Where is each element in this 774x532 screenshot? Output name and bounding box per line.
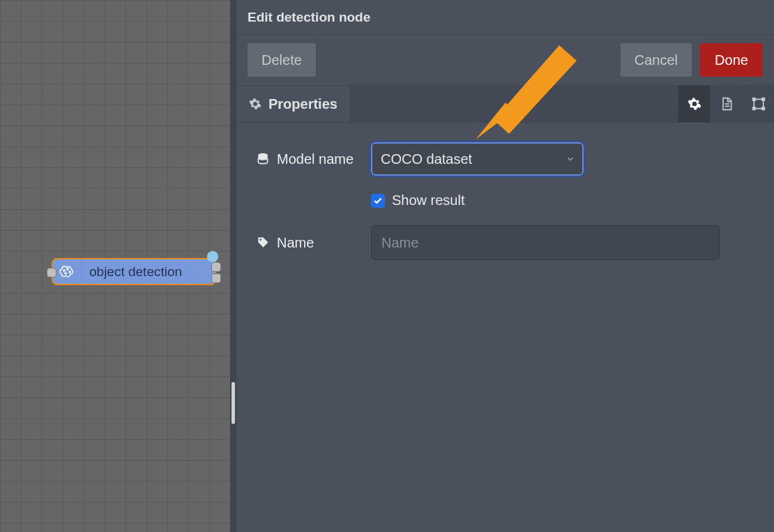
- panel-title: Edit detection node: [236, 0, 774, 35]
- model-name-label: Model name: [277, 151, 354, 167]
- document-icon: [720, 97, 734, 111]
- node-output-port-2[interactable]: [211, 273, 221, 283]
- name-input[interactable]: [371, 225, 720, 260]
- model-name-select-wrap: COCO dataset: [371, 142, 584, 176]
- svg-rect-5: [752, 98, 754, 100]
- tab-icon-layout[interactable]: [742, 86, 774, 122]
- field-show-result: Show result: [256, 192, 754, 208]
- gear-icon: [688, 97, 701, 111]
- model-name-select[interactable]: COCO dataset: [371, 142, 584, 176]
- node-input-port[interactable]: [47, 268, 56, 278]
- edit-node-panel: Edit detection node Delete Cancel Done P…: [236, 0, 774, 532]
- svg-point-1: [67, 268, 68, 270]
- panel-resize-handle[interactable]: [232, 382, 235, 424]
- name-label-wrap: Name: [256, 235, 371, 251]
- properties-form: Model name COCO dataset Show result: [236, 123, 774, 280]
- delete-button[interactable]: Delete: [248, 43, 316, 77]
- bounding-box-icon: [752, 97, 766, 111]
- svg-rect-8: [762, 107, 764, 109]
- show-result-checkbox-wrap[interactable]: Show result: [371, 192, 465, 208]
- cancel-button[interactable]: Cancel: [621, 43, 692, 77]
- done-button[interactable]: Done: [700, 43, 763, 77]
- svg-point-10: [259, 239, 261, 241]
- panel-action-bar: Delete Cancel Done: [236, 35, 774, 86]
- show-result-checkbox[interactable]: [371, 194, 385, 208]
- field-name: Name: [256, 225, 754, 260]
- flow-canvas[interactable]: object detection: [0, 0, 230, 532]
- model-name-label-wrap: Model name: [256, 151, 371, 167]
- tab-icon-doc[interactable]: [710, 86, 742, 122]
- tab-icon-settings[interactable]: [678, 86, 710, 122]
- tag-icon: [256, 236, 270, 250]
- name-label: Name: [277, 235, 314, 251]
- database-icon: [256, 152, 270, 166]
- node-object-detection[interactable]: object detection: [52, 258, 216, 285]
- brain-icon: [53, 259, 82, 284]
- svg-rect-6: [762, 98, 764, 100]
- panel-tabs: Properties: [236, 86, 774, 123]
- svg-point-3: [65, 273, 66, 274]
- node-output-port-1[interactable]: [211, 262, 221, 272]
- svg-point-0: [63, 270, 65, 271]
- node-status-dot: [207, 251, 218, 262]
- panel-divider[interactable]: [230, 0, 236, 532]
- svg-point-2: [69, 271, 70, 273]
- field-model-name: Model name COCO dataset: [256, 142, 754, 176]
- tab-properties[interactable]: Properties: [236, 86, 351, 122]
- svg-rect-7: [752, 107, 754, 109]
- gear-icon: [249, 98, 261, 110]
- tab-properties-label: Properties: [268, 96, 337, 112]
- tab-filler: [351, 86, 678, 122]
- node-label: object detection: [82, 264, 182, 280]
- show-result-label: Show result: [392, 192, 465, 208]
